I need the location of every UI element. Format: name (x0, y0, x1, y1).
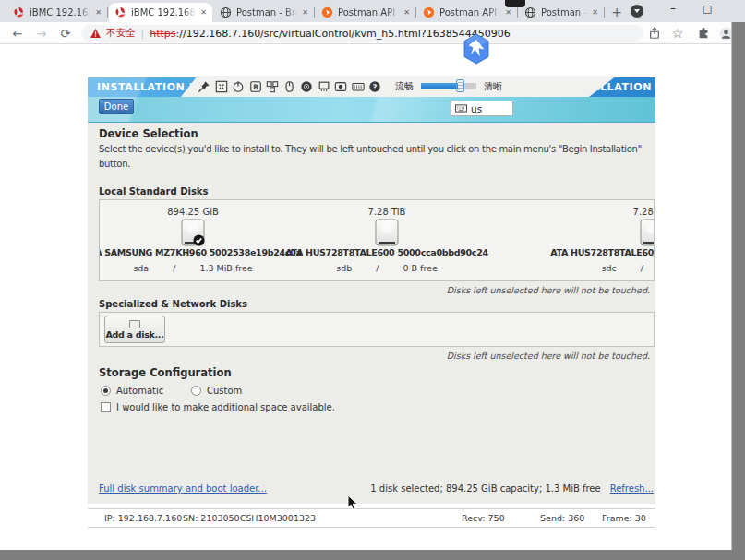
checkbox-additional-space[interactable] (101, 402, 111, 412)
tab-title: Postman - Browse (236, 7, 297, 18)
new-tab-button[interactable]: + (607, 3, 626, 21)
full-disk-summary-link[interactable]: Full disk summary and boot loader... (99, 483, 267, 494)
cd-rom-icon[interactable] (300, 80, 313, 93)
media-controls-button[interactable] (631, 5, 643, 18)
ibmc-favicon (114, 6, 126, 18)
browser-tab-ibmc-1[interactable]: iBMC 192.168.7.16 ✕ (7, 3, 107, 22)
disk-name: ATA HUS728T8TALE600 5000cca0bbd90c24 (550, 247, 655, 257)
virtual-media-icon[interactable] (318, 80, 330, 93)
network-disks-title: Specialized & Network Disks (99, 299, 247, 309)
disk-tile-sdb[interactable]: 7.28 TiB ATA HUS728T8TALE600 5000cca0bbd… (294, 200, 479, 280)
virtual-keyboard-icon[interactable] (352, 80, 365, 93)
disk-tile-sda[interactable]: 894.25 GiB ATA SAMSUNG MZ7KH960 5002538e… (101, 200, 285, 280)
address-bar[interactable]: 不安全 | https://192.168.7.160/src/virtualC… (81, 25, 643, 42)
tab-close-icon[interactable]: ✕ (200, 8, 207, 17)
browser-tab-postman-browse-2[interactable]: Postman - Browse ✕ (519, 3, 604, 22)
disk-size: 7.28 TiB (294, 207, 479, 217)
radio-custom-label[interactable]: Custom (207, 386, 242, 396)
share-icon[interactable] (647, 26, 662, 41)
quality-slider[interactable] (421, 83, 476, 89)
tab-title: iBMC 192.168.7.16 (131, 7, 196, 18)
status-ip: IP: 192.168.7.160 (104, 513, 182, 523)
status-recv: Recv: 750 (462, 513, 505, 523)
desktop-edge-bottom (0, 550, 745, 560)
key-b-icon[interactable]: B (249, 80, 262, 93)
radio-custom[interactable] (191, 386, 201, 396)
tab-close-icon[interactable]: ✕ (505, 8, 511, 17)
minimize-button[interactable]: – (665, 2, 681, 20)
url-rest: ://192.168.7.160/src/virtualControl/kvm_… (176, 28, 511, 40)
keyboard-layout-value: us (471, 103, 482, 114)
add-disk-icon (129, 320, 140, 328)
svg-text:?: ? (373, 82, 378, 90)
disk-dev: sdc (602, 263, 617, 273)
mouse-icon[interactable] (283, 80, 296, 93)
bookmark-star-icon[interactable]: ☆ (670, 26, 685, 41)
tab-close-icon[interactable]: ✕ (403, 8, 410, 17)
local-disks-note: Disks left unselected here will not be t… (447, 285, 650, 295)
power-icon[interactable] (232, 80, 245, 93)
status-sn: SN: 2103050CSH10M3001323 (183, 513, 316, 523)
postman-favicon (321, 6, 333, 18)
disk-icon (640, 219, 655, 250)
extensions-puzzle-icon[interactable] (696, 26, 711, 41)
tab-close-icon[interactable]: ✕ (95, 8, 102, 17)
storage-automatic-option[interactable]: Automatic (101, 386, 163, 396)
video-quality-control: 流畅 清晰 (395, 76, 502, 97)
browser-tab-postman-api-2[interactable]: Postman API Platfo ✕ (417, 3, 517, 22)
tab-title: Postman - Browse (541, 7, 587, 18)
disk-tile-sdc[interactable]: 7.28 TiB ATA HUS728T8TALE600 5000cca0bbd… (559, 200, 655, 280)
add-disk-button[interactable]: Add a disk... (104, 316, 165, 343)
checkbox-additional-space-label[interactable]: I would like to make additional space av… (116, 402, 335, 412)
disk-free: 1.3 MiB free (199, 263, 252, 273)
disk-details: sdc / 0 B free (559, 263, 655, 273)
refresh-link[interactable]: Refresh... (610, 483, 654, 494)
key-combo-icon[interactable] (266, 80, 279, 93)
local-disks-box: 894.25 GiB ATA SAMSUNG MZ7KH960 5002538e… (99, 199, 655, 281)
mouse-cursor (347, 494, 358, 515)
tab-close-icon[interactable]: ✕ (592, 8, 598, 17)
browser-tab-ibmc-2-active[interactable]: iBMC 192.168.7.16 ✕ (109, 3, 212, 22)
ibmc-favicon (13, 6, 25, 18)
security-warning-icon (90, 29, 101, 38)
radio-automatic-label[interactable]: Automatic (116, 386, 163, 396)
selection-summary: 1 disk selected; 894.25 GiB capacity; 1.… (370, 483, 654, 494)
add-disk-label: Add a disk... (106, 329, 164, 340)
help-icon[interactable]: ? (368, 80, 381, 93)
done-button[interactable]: Done (99, 99, 134, 114)
tab-close-icon[interactable]: ✕ (302, 8, 308, 17)
disk-size: 894.25 GiB (101, 207, 285, 217)
back-button[interactable]: ← (7, 22, 28, 44)
pin-icon[interactable] (198, 80, 210, 93)
disk-details: sdb / 0 B free (294, 263, 479, 273)
kvm-client-logo (462, 33, 491, 68)
omnibox-divider: | (141, 28, 145, 40)
disk-slash: / (173, 263, 175, 273)
tab-title: Postman API Platfo (338, 7, 399, 18)
local-disks-title: Local Standard Disks (99, 186, 208, 197)
disk-icon (375, 219, 399, 250)
radio-automatic[interactable] (101, 386, 111, 396)
screen-notch (505, 0, 525, 7)
kvm-toolbar-icons: B ? (198, 80, 381, 93)
installer-content: Device Selection Select the device(s) yo… (88, 123, 655, 504)
kvm-toolbar: B ? 流畅 (181, 76, 617, 97)
globe-favicon (220, 6, 232, 18)
browser-tab-postman-browse-1[interactable]: Postman - Browse ✕ (214, 3, 314, 22)
maximize-button[interactable]: □ (699, 3, 715, 21)
reload-button[interactable]: ⟳ (55, 22, 76, 44)
tab-title: iBMC 192.168.7.16 (30, 7, 90, 18)
forward-button[interactable]: → (31, 22, 52, 44)
quality-smooth-label: 流畅 (395, 80, 414, 93)
browser-address-toolbar: ← → ⟳ 不安全 | https://192.168.7.160/src/vi… (0, 22, 745, 44)
browser-tab-postman-api-1[interactable]: Postman API Platfo ✕ (316, 3, 415, 22)
storage-custom-option[interactable]: Custom (191, 386, 242, 396)
additional-space-option[interactable]: I would like to make additional space av… (101, 402, 335, 412)
disk-name: ATA HUS728T8TALE600 5000cca0bbd90c24 (285, 247, 488, 257)
keyboard-layout-selector[interactable]: us (451, 101, 513, 116)
quality-slider-handle[interactable] (456, 79, 464, 92)
fullscreen-icon[interactable] (215, 80, 228, 93)
quality-sharp-label: 清晰 (484, 80, 502, 93)
device-selection-description: Select the device(s) you'd like to insta… (99, 142, 651, 172)
record-icon[interactable] (334, 80, 347, 93)
